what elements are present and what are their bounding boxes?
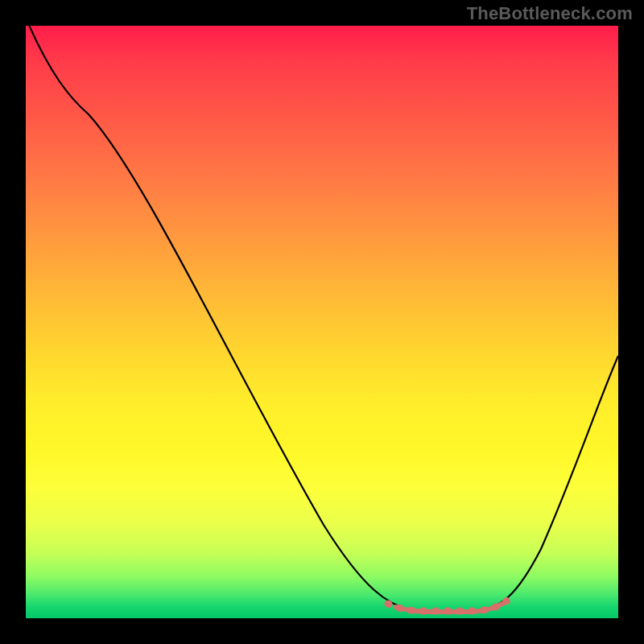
bottleneck-curve xyxy=(26,26,618,618)
chart-frame: TheBottleneck.com xyxy=(0,0,644,644)
bottleneck-gradient-plot xyxy=(26,26,618,618)
watermark-text: TheBottleneck.com xyxy=(467,3,633,24)
curve-line xyxy=(26,26,618,610)
